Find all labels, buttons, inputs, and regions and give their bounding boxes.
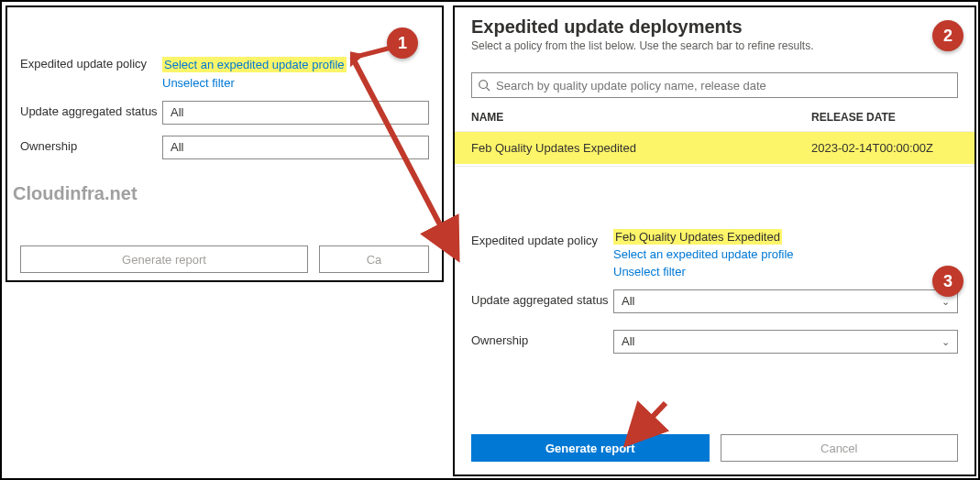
right-panel: Expedited update deployments Select a po… bbox=[453, 5, 976, 476]
aggregated-status-value: All bbox=[171, 102, 183, 124]
rp-ownership-label: Ownership bbox=[471, 330, 613, 347]
svg-line-1 bbox=[487, 88, 490, 92]
unselect-filter-link[interactable]: Unselect filter bbox=[162, 76, 235, 90]
search-input[interactable] bbox=[496, 79, 952, 93]
rp-aggregated-status-row: Update aggregated status All ⌄ bbox=[471, 289, 958, 313]
step-badge-2: 2 bbox=[932, 20, 963, 51]
rp-aggregated-status-label: Update aggregated status bbox=[471, 289, 613, 307]
page-subtitle: Select a policy from the list below. Use… bbox=[471, 39, 958, 52]
cancel-button[interactable]: Ca bbox=[319, 245, 429, 273]
rp-aggregated-status-value: All bbox=[622, 290, 634, 312]
rp-generate-report-button[interactable]: Generate report bbox=[471, 434, 710, 462]
rp-ownership-dropdown[interactable]: All ⌄ bbox=[613, 330, 958, 354]
rp-select-profile-link[interactable]: Select an expedited update profile bbox=[613, 247, 794, 261]
ownership-dropdown[interactable]: All bbox=[162, 136, 429, 159]
watermark: Cloudinfra.net bbox=[13, 183, 138, 204]
svg-point-0 bbox=[479, 81, 488, 89]
ownership-label: Ownership bbox=[20, 136, 162, 153]
row-name: Feb Quality Updates Expedited bbox=[471, 141, 811, 155]
select-profile-link[interactable]: Select an expedited update profile bbox=[162, 57, 347, 72]
left-panel: Expedited update policy Select an expedi… bbox=[6, 5, 444, 282]
rp-cancel-button[interactable]: Cancel bbox=[721, 434, 959, 462]
rp-ownership-value: All bbox=[622, 331, 634, 353]
aggregated-status-label: Update aggregated status bbox=[20, 101, 162, 118]
generate-report-button[interactable]: Generate report bbox=[20, 245, 308, 273]
aggregated-status-dropdown[interactable]: All bbox=[162, 101, 429, 125]
table-header: NAME RELEASE DATE bbox=[455, 104, 974, 132]
rp-ownership-row: Ownership All ⌄ bbox=[471, 330, 958, 354]
table-body-empty bbox=[455, 166, 974, 230]
rp-policy-row: Expedited update policy Feb Quality Upda… bbox=[471, 230, 958, 278]
step-badge-3: 3 bbox=[932, 266, 963, 297]
policy-row: Expedited update policy Select an expedi… bbox=[20, 53, 429, 90]
col-date-header: RELEASE DATE bbox=[811, 111, 958, 124]
rp-unselect-filter-link[interactable]: Unselect filter bbox=[613, 265, 686, 278]
rp-policy-selected: Feb Quality Updates Expedited bbox=[613, 229, 782, 245]
table-row[interactable]: Feb Quality Updates Expedited 2023-02-14… bbox=[455, 132, 974, 164]
rp-policy-label: Expedited update policy bbox=[471, 230, 613, 247]
page-title: Expedited update deployments bbox=[471, 16, 958, 38]
ownership-row: Ownership All bbox=[20, 136, 429, 159]
aggregated-status-row: Update aggregated status All bbox=[20, 101, 429, 125]
policy-label: Expedited update policy bbox=[20, 53, 162, 71]
ownership-value: All bbox=[171, 136, 183, 158]
search-icon bbox=[478, 79, 490, 92]
step-badge-1: 1 bbox=[387, 27, 418, 59]
chevron-down-icon: ⌄ bbox=[941, 331, 950, 353]
col-name-header: NAME bbox=[471, 111, 811, 124]
search-input-wrapper[interactable] bbox=[471, 72, 958, 98]
rp-aggregated-status-dropdown[interactable]: All ⌄ bbox=[613, 289, 958, 313]
row-date: 2023-02-14T00:00:00Z bbox=[811, 141, 958, 155]
